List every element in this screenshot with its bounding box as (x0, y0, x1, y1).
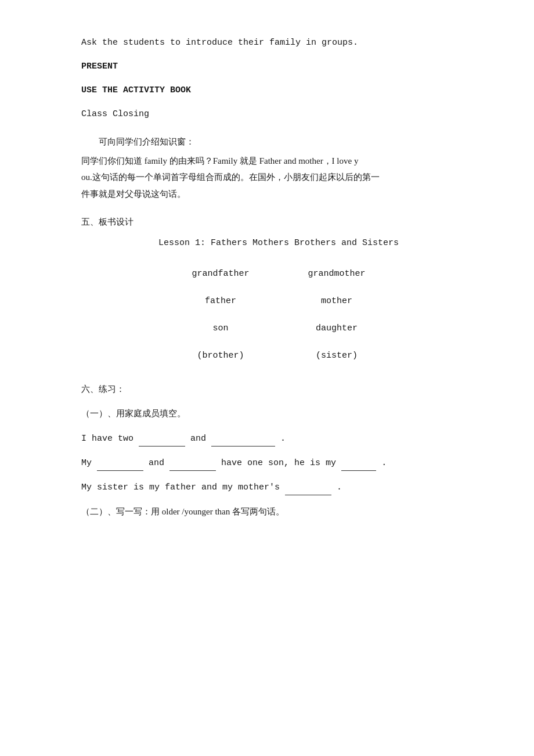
part2-label: （二）、写一写：用 older /younger than 各写两句话。 (81, 503, 476, 520)
brother-cell: (brother) (163, 342, 279, 369)
page-container: Ask the students to introduce their fami… (81, 35, 476, 520)
class-closing-label: Class Closing (81, 106, 476, 122)
s2-blank1[interactable] (97, 455, 143, 471)
knowledge-window-content: 同学们你们知道 family 的由来吗？Family 就是 Father and… (81, 153, 476, 203)
use-activity-label: USE THE ACTIVITY BOOK (81, 82, 476, 98)
s1-text-before: I have two (81, 434, 139, 444)
s2-blank2[interactable] (169, 455, 216, 471)
s1-text-mid: and (190, 434, 211, 444)
knowledge-window-section: 可向同学们介绍知识窗： 同学们你们知道 family 的由来吗？Family 就… (81, 134, 476, 202)
part1-label: （一）、用家庭成员填空。 (81, 405, 476, 422)
s1-text-after: . (280, 434, 286, 444)
daughter-cell: daughter (279, 315, 395, 342)
mother-cell: mother (279, 287, 395, 315)
intro-line1: Ask the students to introduce their fami… (81, 35, 476, 51)
sentence-2: My and have one son, he is my . (81, 455, 476, 471)
s1-blank1[interactable] (139, 430, 185, 447)
present-label: PRESENT (81, 59, 476, 74)
lesson-title: Lesson 1: Fathers Mothers Brothers and S… (81, 235, 476, 251)
use-activity-section: USE THE ACTIVITY BOOK (81, 82, 476, 98)
board-section-label: 五、板书设计 (81, 214, 476, 231)
s3-text-after: . (337, 483, 342, 492)
exercises-section: 六、练习： （一）、用家庭成员填空。 I have two and . My a… (81, 381, 476, 520)
knowledge-window-label: 可向同学们介绍知识窗： (81, 134, 476, 150)
board-section: 五、板书设计 Lesson 1: Fathers Mothers Brother… (81, 214, 476, 369)
s2-blank3[interactable] (341, 455, 376, 471)
s2-text-before: My (81, 458, 97, 468)
grandfather-cell: grandfather (163, 260, 279, 287)
s3-blank1[interactable] (285, 479, 331, 495)
grandmother-cell: grandmother (279, 260, 395, 287)
sentence-1: I have two and . (81, 430, 476, 447)
sister-cell: (sister) (279, 342, 395, 369)
exercises-label: 六、练习： (81, 381, 476, 398)
s2-text-after: . (381, 458, 387, 468)
family-tree-grid: grandfather grandmother father mother so… (163, 260, 395, 369)
son-cell: son (163, 315, 279, 342)
intro-section: Ask the students to introduce their fami… (81, 35, 476, 51)
father-cell: father (163, 287, 279, 315)
s2-text-mid2: have one son, he is my (221, 458, 341, 468)
present-section: PRESENT (81, 59, 476, 74)
s3-text-before: My sister is my father and my mother's (81, 483, 285, 492)
s2-text-mid: and (149, 458, 169, 468)
class-closing-section: Class Closing (81, 106, 476, 122)
s1-blank2[interactable] (211, 430, 275, 447)
sentence-3: My sister is my father and my mother's . (81, 479, 476, 495)
